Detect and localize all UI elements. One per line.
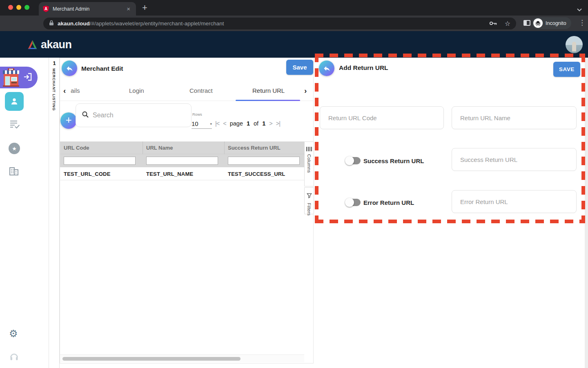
side-panel-icon[interactable] — [523, 20, 530, 26]
tab-details-partial[interactable]: ails — [71, 87, 80, 94]
rows-label: Rows — [192, 112, 202, 117]
table-search — [76, 103, 192, 127]
akaun-triangle-icon — [27, 40, 38, 50]
new-tab-button[interactable]: + — [142, 2, 147, 13]
sidebar-item-merchant[interactable] — [5, 92, 24, 111]
password-key-icon[interactable] — [489, 20, 497, 27]
pagination: |< < page 1 of 1 > >| — [215, 120, 280, 127]
sidebar-item-merchant-applet[interactable] — [0, 67, 38, 88]
listing-label: MERCHANT LISTING — [52, 68, 56, 111]
tab-login[interactable]: Login — [129, 87, 144, 94]
next-page-icon[interactable]: > — [269, 120, 272, 127]
incognito-icon — [533, 18, 543, 28]
filters-side-tab[interactable]: Filters — [304, 187, 314, 214]
column-header-success-return-url[interactable]: Success Return URL — [228, 145, 281, 151]
browser-tabbar: A Merchant Admin × + — [0, 0, 588, 16]
tab-contract[interactable]: Contract — [189, 87, 213, 94]
listing-count: 1 — [49, 60, 60, 66]
settings-gear-icon[interactable]: ⚙ — [9, 328, 18, 339]
add-return-url-title: Add Return URL — [339, 64, 388, 72]
plus-icon: + — [65, 114, 71, 126]
save-button[interactable]: Save — [286, 60, 313, 75]
columns-icon — [306, 147, 312, 151]
filter-funnel-icon — [307, 193, 312, 200]
back-button[interactable] — [62, 61, 77, 76]
filter-input-url-name[interactable] — [146, 157, 218, 165]
last-page-icon[interactable]: >| — [276, 120, 280, 127]
page-label: page — [230, 120, 243, 127]
cell-url-name: TEST_URL_NAME — [146, 171, 193, 177]
success-return-url-toggle[interactable] — [345, 156, 361, 165]
cell-url-code: TEST_URL_CODE — [64, 171, 111, 177]
total-pages: 1 — [262, 120, 265, 127]
lock-icon — [49, 20, 54, 27]
tabs-scroll-right-icon[interactable]: › — [304, 86, 307, 95]
add-return-url-save-button[interactable]: SAVE — [553, 62, 580, 77]
error-return-url-input[interactable] — [452, 190, 577, 213]
incognito-badge: Incognito — [532, 17, 571, 29]
merchant-edit-panel: Merchant Edit Save ‹ ails Login Contract… — [60, 58, 314, 364]
scrollbar-thumb[interactable] — [62, 357, 241, 361]
close-window-button[interactable] — [8, 5, 13, 10]
filter-input-success-return-url[interactable] — [228, 157, 300, 165]
url-domain: akaun.cloud — [58, 20, 90, 27]
back-arrow-icon — [66, 65, 74, 72]
tab-search-chevron-icon[interactable] — [577, 6, 582, 13]
sidebar-item-favorites[interactable]: ★ — [9, 143, 20, 154]
browser-menu-icon[interactable]: ⋮ — [579, 18, 586, 27]
sidebar-item-listing[interactable] — [9, 119, 20, 131]
current-page: 1 — [247, 120, 250, 127]
table-header-row: URL Code URL Name Success Return URL — [60, 141, 304, 154]
error-return-url-toggle-label: Error Return URL — [363, 199, 414, 206]
tab-merchant-listing-collapsed[interactable]: 1 MERCHANT LISTING — [49, 58, 60, 368]
search-input[interactable] — [93, 112, 183, 119]
minimize-window-button[interactable] — [16, 5, 21, 10]
zoom-window-button[interactable] — [24, 5, 29, 10]
tab-title: Merchant Admin — [53, 6, 125, 12]
return-url-code-input[interactable] — [320, 106, 444, 129]
filter-input-url-code[interactable] — [64, 157, 136, 165]
page-title: Merchant Edit — [81, 65, 123, 72]
akaun-logo: akaun — [27, 38, 72, 51]
rows-per-page-select[interactable]: 10 ▾ — [192, 119, 212, 129]
column-header-url-name[interactable]: URL Name — [146, 145, 173, 151]
caret-down-icon: ▾ — [210, 122, 212, 126]
horizontal-scrollbar — [60, 355, 304, 362]
return-url-name-input[interactable] — [452, 106, 577, 129]
tab-return-url[interactable]: Return URL — [252, 87, 285, 94]
bookmark-star-icon[interactable]: ☆ — [505, 20, 510, 27]
angular-favicon: A — [43, 6, 49, 12]
search-icon — [82, 111, 89, 120]
cell-success-return-url: TEST_SUCCESS_URL — [228, 171, 285, 177]
star-icon: ★ — [12, 146, 17, 152]
success-return-url-input[interactable] — [452, 148, 577, 171]
list-check-icon — [9, 119, 20, 130]
address-bar[interactable]: akaun.cloud /#/applets/wavelet/erp/entit… — [43, 18, 516, 29]
success-return-url-toggle-label: Success Return URL — [363, 157, 424, 164]
table-row[interactable]: TEST_URL_CODE TEST_URL_NAME TEST_SUCCESS… — [60, 167, 304, 180]
tab-close-icon[interactable]: × — [125, 5, 132, 12]
columns-side-tab[interactable]: Columns — [304, 141, 314, 186]
columns-label: Columns — [307, 154, 312, 173]
building-icon — [9, 166, 19, 176]
tabs-scroll-left-icon[interactable]: ‹ — [63, 86, 66, 95]
user-avatar[interactable] — [566, 36, 583, 53]
url-path: /#/applets/wavelet/erp/entity/merchant-a… — [90, 20, 224, 27]
right-edge-strip — [585, 58, 588, 368]
table-filter-row — [60, 154, 304, 167]
highlight-frame-right — [581, 54, 585, 223]
highlight-frame-top — [315, 54, 585, 57]
browser-tab-merchant-admin[interactable]: A Merchant Admin × — [39, 2, 136, 16]
person-icon — [9, 96, 19, 106]
storefront-icon — [2, 68, 20, 87]
rows-value: 10 — [192, 120, 198, 127]
sidebar-item-organization[interactable] — [9, 166, 19, 178]
column-header-url-code[interactable]: URL Code — [64, 145, 89, 151]
support-headset-icon[interactable] — [9, 352, 19, 363]
first-page-icon[interactable]: |< — [215, 120, 219, 127]
incognito-label: Incognito — [546, 20, 566, 26]
add-return-url-back-button[interactable] — [319, 61, 334, 76]
error-return-url-toggle[interactable] — [345, 198, 361, 207]
add-row-button[interactable]: + — [60, 112, 77, 129]
prev-page-icon[interactable]: < — [223, 120, 226, 127]
